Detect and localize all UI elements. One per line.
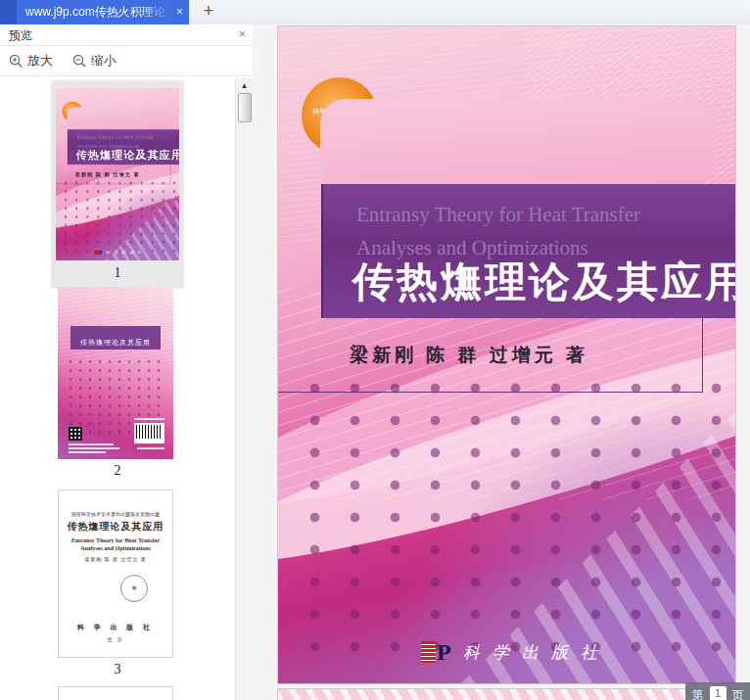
book-cover: 科学技术学术著作出版基金 Entransy Theory for Heat Tr… — [278, 26, 735, 683]
thumbnail-3-page-number: 3 — [51, 662, 184, 677]
science-press-logo: P — [421, 639, 453, 665]
preview-sidebar: 预览 × 放大 缩小 — [0, 24, 253, 700]
title-banner: Entransy Theory for Heat Transfer Analys… — [321, 184, 735, 318]
thumbnail-1-page-number: 1 — [51, 265, 184, 281]
zoom-in-button[interactable]: 放大 — [9, 52, 53, 70]
publisher-name: 科学出版社 — [106, 250, 146, 256]
pdf-viewer: 科学技术学术著作出版基金 Entransy Theory for Heat Tr… — [253, 24, 750, 700]
back-cover-band — [70, 326, 161, 335]
tab-close-icon[interactable]: × — [176, 0, 183, 24]
seal-stamp: ★ — [120, 575, 148, 602]
page-indicator-suffix: 页 — [732, 687, 744, 700]
magnifier-minus-icon — [72, 54, 87, 69]
polka-dots — [290, 368, 729, 668]
tab-bar: www.j9p.com传热火积理论及其 × + — [0, 0, 750, 24]
thumbnail-scrollbar[interactable]: ▲ — [235, 78, 253, 700]
thumbnail-2-page-number: 2 — [51, 463, 184, 479]
title-page-chinese-title: 传热㷻理论及其应用 — [59, 520, 172, 534]
sidebar-close-icon[interactable]: × — [238, 26, 246, 41]
tab-title: www.j9p.com传热火积理论及其 — [25, 4, 173, 21]
publisher-row: P 科学出版社 — [421, 639, 610, 665]
qr-code — [69, 427, 82, 441]
browser-tab[interactable]: www.j9p.com传热火积理论及其 × — [17, 0, 189, 24]
zoom-in-label: 放大 — [27, 52, 53, 70]
zoom-out-label: 缩小 — [91, 52, 117, 70]
title-page-english-title: Entransy Theory for Heat Transfer Analys… — [59, 537, 172, 552]
cover-authors: 梁新刚 陈 群 过增元 著 — [350, 343, 588, 368]
thumbnail-page-1[interactable]: 科学技术学术著作出版基金 Entransy Theory for Heat Tr… — [56, 88, 179, 260]
thumbnail-page-2[interactable]: 传热㷻理论及其应用 — [58, 287, 173, 459]
cover-title-chinese: 传热㷻理论及其应用 — [352, 255, 735, 309]
page-indicator-prefix: 第 — [692, 687, 704, 700]
pink-panel — [68, 107, 174, 130]
pink-panel — [320, 99, 714, 189]
isbn-text-line — [134, 418, 164, 420]
mini-cover-art: 科学技术学术著作出版基金 Entransy Theory for Heat Tr… — [56, 88, 179, 260]
barcode — [134, 423, 164, 443]
cover-authors: 梁新刚 陈 群 过增元 著 — [75, 171, 140, 178]
fine-print-line — [69, 443, 114, 445]
title-page-city: 北 京 — [59, 636, 172, 642]
scroll-up-arrow[interactable]: ▲ — [236, 78, 253, 92]
title-banner: Entransy Theory for Heat Transfer Analys… — [68, 129, 179, 164]
scrollbar-thumb[interactable] — [238, 93, 252, 122]
new-tab-button[interactable]: + — [199, 2, 218, 22]
page-indicator: 第 1 页 — [685, 682, 750, 700]
cover-title-chinese: 传热㷻理论及其应用 — [76, 148, 179, 163]
back-cover-title: 传热㷻理论及其应用 — [70, 335, 161, 350]
polka-dots — [59, 178, 177, 257]
zoom-out-button[interactable]: 缩小 — [72, 52, 117, 70]
frame-line — [702, 318, 703, 392]
sidebar-title: 预览 — [9, 27, 32, 44]
fine-print-line — [69, 447, 119, 449]
window-edge — [0, 0, 17, 24]
thumbnail-page-4-partial[interactable] — [58, 686, 173, 700]
publisher-name: 科学出版社 — [463, 641, 610, 664]
thumbnail-item-1-selected[interactable]: 科学技术学术著作出版基金 Entransy Theory for Heat Tr… — [51, 80, 184, 289]
sidebar-header: 预览 × — [0, 24, 253, 46]
thumbnail-page-3[interactable]: 国家科学技术学术著作出版基金资助出版 传热㷻理论及其应用 Entransy Th… — [58, 490, 173, 658]
zoom-toolbar: 放大 缩小 — [0, 46, 253, 76]
title-page-authors: 梁新刚 陈 群 过增元 著 — [59, 556, 172, 562]
science-press-logo: P — [94, 249, 103, 256]
frame-line — [278, 392, 703, 393]
publisher-row: P 科学出版社 — [94, 249, 145, 256]
title-page-publisher: 科 学 出 版 社 — [59, 623, 172, 632]
magnifier-plus-icon — [9, 54, 23, 69]
funding-line: 国家科学技术学术著作出版基金资助出版 — [59, 511, 172, 517]
fine-print-line — [69, 451, 106, 453]
pdf-page-2-top-edge — [277, 688, 736, 700]
browser-window: www.j9p.com传热火积理论及其 × + 预览 × 放大 — [0, 0, 750, 700]
pdf-page-1: 科学技术学术著作出版基金 Entransy Theory for Heat Tr… — [277, 25, 736, 684]
price-text-line — [137, 447, 164, 449]
page-number-input[interactable]: 1 — [710, 686, 727, 700]
